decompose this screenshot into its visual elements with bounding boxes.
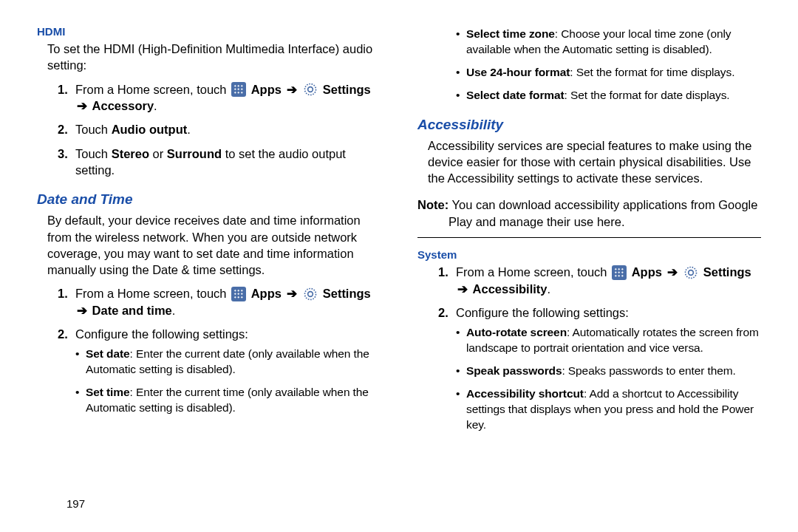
accessory-label: Accessory [92, 99, 154, 112]
svg-point-5 [689, 270, 694, 275]
note-label: Note: [417, 198, 449, 211]
apps-label: Apps [632, 265, 662, 279]
svg-point-2 [305, 288, 316, 299]
date-time-label: Date and time [92, 304, 172, 317]
gear-icon [683, 265, 698, 280]
bullet-time-zone: Select time zone: Choose your local time… [456, 27, 761, 58]
arrow-icon: ➔ [77, 99, 87, 112]
apps-icon [231, 287, 246, 301]
hdmi-intro: To set the HDMI (High-Definition Multime… [47, 41, 381, 74]
hdmi-step-1: 1. From a Home screen, touch Apps ➔ Sett… [58, 81, 381, 115]
arrow-icon: ➔ [457, 282, 468, 296]
svg-point-1 [308, 87, 313, 92]
dt-step-2: 2. Configure the following settings: Set… [58, 326, 381, 416]
dt-step-1: 1. From a Home screen, touch Apps ➔ Sett… [58, 285, 381, 318]
audio-output-label: Audio output [112, 123, 188, 136]
dt-bullets-continued: Select time zone: Choose your local time… [456, 27, 761, 103]
bullet-set-time: Set time: Enter the current time (only a… [75, 385, 381, 416]
step-text: Touch [75, 123, 112, 136]
apps-label: Apps [251, 83, 282, 96]
svg-point-0 [305, 84, 316, 95]
note-text: You can download accessibility applicati… [449, 198, 757, 228]
manual-page: HDMI To set the HDMI (High-Definition Mu… [37, 22, 761, 440]
bullet-24-hour: Use 24-hour format: Set the format for t… [456, 65, 761, 81]
apps-icon [231, 82, 246, 97]
step-text: Configure the following settings: [456, 306, 629, 319]
accessibility-label: Accessibility [473, 282, 548, 296]
bullet-auto-rotate: Auto-rotate screen: Automatically rotate… [456, 325, 761, 356]
hdmi-step-3: 3. Touch Stereo or Surround to set the a… [58, 146, 381, 179]
system-heading: System [417, 248, 761, 261]
system-bullets: Auto-rotate screen: Automatically rotate… [456, 325, 761, 433]
svg-point-4 [686, 267, 697, 278]
hdmi-step-2: 2. Touch Audio output. [58, 121, 381, 137]
right-column: Select time zone: Choose your local time… [417, 22, 761, 440]
sys-step-2: 2. Configure the following settings: Aut… [438, 304, 761, 433]
arrow-icon: ➔ [667, 265, 678, 279]
svg-point-3 [308, 292, 313, 297]
settings-label: Settings [703, 265, 751, 279]
arrow-icon: ➔ [287, 287, 297, 300]
dt-bullets: Set date: Enter the current date (only a… [75, 347, 381, 416]
page-number: 197 [66, 497, 85, 510]
gear-icon [303, 82, 318, 97]
gear-icon [303, 287, 318, 301]
accessibility-heading: Accessibility [417, 117, 761, 133]
step-text: From a Home screen, touch [75, 287, 230, 300]
step-text: Configure the following settings: [75, 327, 248, 341]
arrow-icon: ➔ [77, 304, 87, 317]
date-time-heading: Date and Time [37, 191, 381, 208]
bullet-accessibility-shortcut: Accessibility shortcut: Add a shortcut t… [456, 386, 761, 433]
bullet-set-date: Set date: Enter the current date (only a… [75, 347, 381, 378]
system-steps: 1. From a Home screen, touch Apps ➔ Sett… [438, 264, 761, 433]
step-text: From a Home screen, touch [456, 265, 610, 279]
arrow-icon: ➔ [287, 83, 297, 96]
bullet-date-format: Select date format: Set the format for d… [456, 88, 761, 103]
apps-label: Apps [251, 287, 282, 300]
accessibility-intro: Accessibility services are special featu… [428, 137, 761, 187]
note-block: Note: You can download accessibility app… [417, 197, 761, 238]
bullet-speak-passwords: Speak passwords: Speaks passwords to ent… [456, 364, 761, 379]
step-text: From a Home screen, touch [75, 83, 230, 96]
settings-label: Settings [323, 83, 371, 96]
settings-label: Settings [323, 287, 371, 300]
apps-icon [612, 265, 627, 280]
date-time-intro: By default, your device receives date an… [47, 212, 381, 278]
step-text: Touch [75, 147, 112, 160]
hdmi-steps: 1. From a Home screen, touch Apps ➔ Sett… [58, 81, 381, 179]
date-time-steps: 1. From a Home screen, touch Apps ➔ Sett… [58, 285, 381, 416]
hdmi-heading: HDMI [37, 25, 381, 38]
sys-step-1: 1. From a Home screen, touch Apps ➔ Sett… [438, 264, 761, 297]
left-column: HDMI To set the HDMI (High-Definition Mu… [37, 22, 381, 440]
